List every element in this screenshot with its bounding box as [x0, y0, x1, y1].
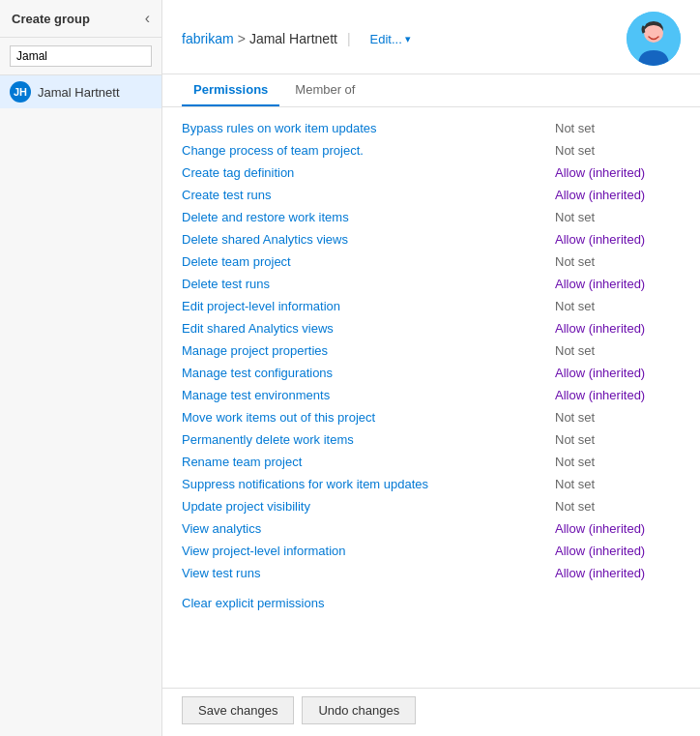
table-row: View project-level informationAllow (inh…	[182, 540, 681, 562]
permission-value: Allow (inherited)	[555, 366, 681, 380]
sidebar-item-jamal-hartnett[interactable]: JH Jamal Hartnett	[0, 75, 161, 108]
permission-name[interactable]: Suppress notifications for work item upd…	[182, 477, 428, 491]
permission-value: Not set	[555, 432, 681, 447]
permission-value: Allow (inherited)	[555, 521, 681, 536]
permission-name[interactable]: Change process of team project.	[182, 143, 364, 158]
permission-value: Not set	[555, 254, 681, 269]
permission-name[interactable]: Create test runs	[182, 188, 272, 202]
permission-value: Not set	[555, 410, 681, 425]
table-row: Suppress notifications for work item upd…	[182, 473, 681, 495]
collapse-icon[interactable]	[145, 10, 150, 27]
permission-name[interactable]: View analytics	[182, 521, 261, 536]
permissions-list: Bypass rules on work item updatesNot set…	[182, 117, 681, 584]
table-row: View test runsAllow (inherited)	[182, 562, 681, 584]
permission-value: Allow (inherited)	[555, 188, 681, 202]
breadcrumb-user: Jamal Hartnett	[249, 31, 337, 46]
permission-value: Allow (inherited)	[555, 544, 681, 558]
permission-name[interactable]: Edit shared Analytics views	[182, 321, 334, 336]
tab-member-of[interactable]: Member of	[283, 74, 366, 106]
sidebar: Create group JH Jamal Hartnett	[0, 0, 162, 736]
table-row: Change process of team project.Not set	[182, 139, 681, 162]
edit-label: Edit...	[370, 32, 402, 46]
permission-name[interactable]: Manage test configurations	[182, 366, 333, 380]
permission-name[interactable]: Delete shared Analytics views	[182, 232, 348, 247]
table-row: Delete shared Analytics viewsAllow (inhe…	[182, 228, 681, 250]
table-row: Create test runsAllow (inherited)	[182, 184, 681, 206]
permission-value: Not set	[555, 455, 681, 469]
edit-dropdown[interactable]: Edit... ▾	[370, 32, 411, 46]
permission-value: Allow (inherited)	[555, 566, 681, 580]
permission-value: Not set	[555, 299, 681, 313]
table-row: Rename team projectNot set	[182, 451, 681, 473]
permission-value: Allow (inherited)	[555, 165, 681, 180]
permission-value: Allow (inherited)	[555, 321, 681, 336]
tab-permissions[interactable]: Permissions	[182, 74, 279, 106]
breadcrumb-separator: >	[238, 31, 246, 46]
permission-name[interactable]: View test runs	[182, 566, 260, 580]
table-row: Update project visibilityNot set	[182, 495, 681, 517]
table-row: Move work items out of this projectNot s…	[182, 406, 681, 428]
permission-name[interactable]: Edit project-level information	[182, 299, 340, 313]
sidebar-header: Create group	[0, 0, 161, 38]
permission-name[interactable]: Delete team project	[182, 254, 291, 269]
table-row: Bypass rules on work item updatesNot set	[182, 117, 681, 139]
permission-value: Allow (inherited)	[555, 232, 681, 247]
table-row: Manage test environmentsAllow (inherited…	[182, 384, 681, 406]
permission-name[interactable]: Create tag definition	[182, 165, 294, 180]
table-row: Manage project propertiesNot set	[182, 339, 681, 362]
tabs-container: Permissions Member of	[162, 74, 700, 107]
dropdown-arrow-icon: ▾	[405, 33, 411, 45]
table-row: Delete team projectNot set	[182, 250, 681, 273]
permissions-content: Bypass rules on work item updatesNot set…	[162, 107, 700, 688]
table-row: Create tag definitionAllow (inherited)	[182, 162, 681, 184]
undo-changes-button[interactable]: Undo changes	[302, 696, 416, 724]
table-row: Edit project-level informationNot set	[182, 295, 681, 317]
avatar-initials: JH	[14, 86, 27, 98]
sidebar-title: Create group	[12, 12, 90, 26]
permission-name[interactable]: Bypass rules on work item updates	[182, 121, 377, 135]
search-input[interactable]	[10, 45, 152, 67]
breadcrumb-org[interactable]: fabrikam	[182, 31, 234, 46]
table-row: View analyticsAllow (inherited)	[182, 517, 681, 540]
breadcrumb: fabrikam > Jamal Hartnett | Edit... ▾	[182, 31, 411, 46]
topbar: fabrikam > Jamal Hartnett | Edit... ▾	[162, 0, 700, 74]
permission-value: Allow (inherited)	[555, 388, 681, 402]
permission-value: Not set	[555, 343, 681, 358]
table-row: Delete and restore work itemsNot set	[182, 206, 681, 228]
user-avatar-large	[627, 12, 681, 66]
permission-name[interactable]: Move work items out of this project	[182, 410, 375, 425]
permission-value: Not set	[555, 210, 681, 224]
permission-name[interactable]: Delete and restore work items	[182, 210, 349, 224]
table-row: Permanently delete work itemsNot set	[182, 428, 681, 451]
permission-value: Allow (inherited)	[555, 277, 681, 291]
avatar-small: JH	[10, 81, 31, 103]
save-changes-button[interactable]: Save changes	[182, 696, 294, 724]
clear-explicit-permissions-link[interactable]: Clear explicit permissions	[182, 596, 324, 610]
permission-value: Not set	[555, 499, 681, 514]
permission-name[interactable]: Update project visibility	[182, 499, 310, 514]
permission-value: Not set	[555, 143, 681, 158]
sidebar-search-container	[0, 38, 161, 75]
table-row: Manage test configurationsAllow (inherit…	[182, 362, 681, 384]
permission-name[interactable]: Rename team project	[182, 455, 302, 469]
table-row: Edit shared Analytics viewsAllow (inheri…	[182, 317, 681, 339]
main-content: fabrikam > Jamal Hartnett | Edit... ▾	[162, 0, 700, 736]
breadcrumb-pipe: |	[347, 31, 351, 46]
permission-name[interactable]: View project-level information	[182, 544, 346, 558]
permission-value: Not set	[555, 121, 681, 135]
permission-name[interactable]: Delete test runs	[182, 277, 270, 291]
sidebar-item-label: Jamal Hartnett	[38, 85, 120, 100]
permission-name[interactable]: Manage project properties	[182, 343, 328, 358]
permission-value: Not set	[555, 477, 681, 491]
permission-name[interactable]: Permanently delete work items	[182, 432, 354, 447]
footer-buttons: Save changes Undo changes	[162, 688, 700, 736]
permission-name[interactable]: Manage test environments	[182, 388, 330, 402]
table-row: Delete test runsAllow (inherited)	[182, 273, 681, 295]
